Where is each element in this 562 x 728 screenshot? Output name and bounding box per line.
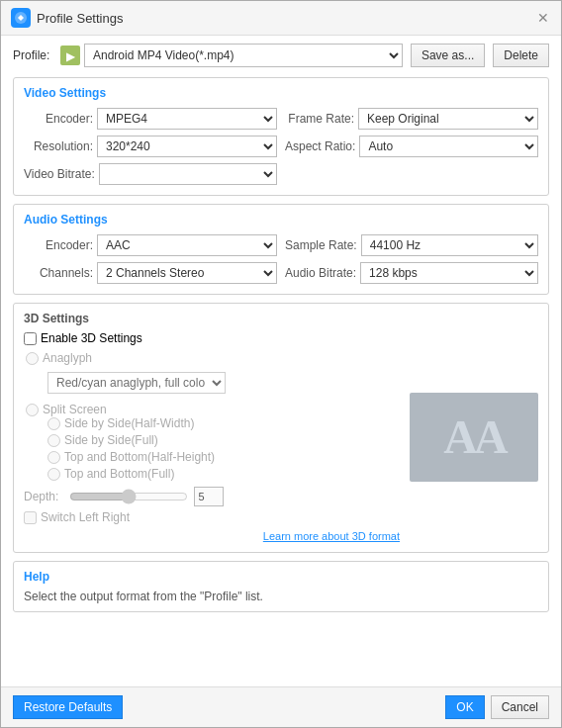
android-icon: ▶ <box>60 46 80 65</box>
help-title: Help <box>24 570 538 584</box>
title-bar: Profile Settings ✕ <box>1 1 561 36</box>
anaglyph-label: Anaglyph <box>43 351 92 365</box>
side-by-side-half-row: Side by Side(Half-Width) <box>47 416 400 430</box>
side-by-side-half-label: Side by Side(Half-Width) <box>64 416 194 430</box>
video-settings-title: Video Settings <box>24 86 538 100</box>
enable-3d-checkbox[interactable] <box>24 332 37 345</box>
help-section: Help Select the output format from the "… <box>13 561 549 612</box>
channels-select[interactable]: 2 Channels Stereo <box>97 262 277 284</box>
split-screen-radio-row: Split Screen <box>26 403 400 416</box>
split-sub-options: Side by Side(Half-Width) Side by Side(Fu… <box>47 416 400 481</box>
channels-row: Channels: 2 Channels Stereo <box>24 262 277 284</box>
video-bitrate-select[interactable] <box>99 163 277 185</box>
top-bottom-half-radio <box>47 451 60 464</box>
aspect-ratio-row: Aspect Ratio: Auto <box>285 136 538 157</box>
encoder-label: Encoder: <box>24 112 93 126</box>
audio-encoder-row: Encoder: AAC <box>24 234 277 256</box>
top-bottom-half-label: Top and Bottom(Half-Height) <box>64 450 215 464</box>
3d-left: Enable 3D Settings Anaglyph Red/cyan ana… <box>24 331 400 542</box>
switch-left-right-checkbox <box>24 511 37 524</box>
3d-settings-section: 3D Settings Enable 3D Settings Anaglyph <box>13 303 549 553</box>
anaglyph-select-row: Red/cyan anaglyph, full color <box>47 372 400 394</box>
aa-preview-image: AA <box>410 393 538 482</box>
profile-settings-window: Profile Settings ✕ Profile: ▶ Android MP… <box>0 0 562 728</box>
switch-row: Switch Left Right <box>24 510 400 524</box>
close-button[interactable]: ✕ <box>535 10 551 26</box>
app-icon <box>11 8 31 28</box>
video-settings-section: Video Settings Encoder: MPEG4 Frame Rate… <box>13 77 549 196</box>
audio-encoder-label: Encoder: <box>24 238 93 252</box>
split-screen-radio <box>26 404 39 416</box>
video-bitrate-form-row: Video Bitrate: <box>24 163 277 185</box>
resolution-label: Resolution: <box>24 139 93 153</box>
resolution-row: Resolution: 320*240 <box>24 136 277 157</box>
enable-3d-label[interactable]: Enable 3D Settings <box>41 331 142 345</box>
sample-rate-select[interactable]: 44100 Hz <box>361 234 538 256</box>
encoder-form-row: Encoder: MPEG4 <box>24 108 277 130</box>
window-title: Profile Settings <box>37 11 123 26</box>
video-bitrate-label: Video Bitrate: <box>24 167 95 181</box>
top-bottom-half-row: Top and Bottom(Half-Height) <box>47 450 400 464</box>
enable-3d-row: Enable 3D Settings <box>24 331 400 345</box>
anaglyph-radio-row: Anaglyph <box>26 351 400 365</box>
sample-rate-label: Sample Rate: <box>285 238 357 252</box>
resolution-form-row: Resolution: 320*240 <box>24 136 277 157</box>
learn-more-link[interactable]: Learn more about 3D format <box>24 530 400 542</box>
ok-button[interactable]: OK <box>445 695 484 719</box>
audio-settings-section: Audio Settings Encoder: AAC Sample Rate:… <box>13 204 549 295</box>
content-area: Profile: ▶ Android MP4 Video(*.mp4) Save… <box>1 36 561 686</box>
switch-left-right-label: Switch Left Right <box>41 510 130 524</box>
frame-rate-form-row: Frame Rate: Keep Original <box>285 108 538 130</box>
depth-label: Depth: <box>24 490 63 503</box>
frame-rate-select[interactable]: Keep Original <box>358 108 538 130</box>
3d-settings-title: 3D Settings <box>24 312 538 325</box>
aspect-ratio-label: Aspect Ratio: <box>285 139 355 153</box>
top-bottom-full-row: Top and Bottom(Full) <box>47 467 400 481</box>
audio-bitrate-select[interactable]: 128 kbps <box>360 262 538 284</box>
audio-encoder-select[interactable]: AAC <box>97 234 277 256</box>
anaglyph-select: Red/cyan anaglyph, full color <box>47 372 226 394</box>
delete-button[interactable]: Delete <box>493 44 549 67</box>
audio-bitrate-label: Audio Bitrate: <box>285 266 356 280</box>
frame-rate-label: Frame Rate: <box>285 112 354 126</box>
video-empty-cell <box>285 163 538 185</box>
depth-slider <box>69 489 188 504</box>
save-as-button[interactable]: Save as... <box>411 44 485 67</box>
profile-select-wrapper: ▶ Android MP4 Video(*.mp4) <box>60 44 403 67</box>
sample-rate-row: Sample Rate: 44100 Hz <box>285 234 538 256</box>
help-text: Select the output format from the "Profi… <box>24 590 538 603</box>
frame-rate-row: Frame Rate: Keep Original <box>285 108 538 130</box>
anaglyph-group: Anaglyph Red/cyan anaglyph, full color S… <box>26 351 400 416</box>
cancel-button[interactable]: Cancel <box>491 695 549 719</box>
audio-settings-title: Audio Settings <box>24 213 538 227</box>
channels-label: Channels: <box>24 266 93 280</box>
profile-row: Profile: ▶ Android MP4 Video(*.mp4) Save… <box>13 44 549 67</box>
3d-preview: AA <box>410 331 538 542</box>
restore-defaults-button[interactable]: Restore Defaults <box>13 695 123 719</box>
footer: Restore Defaults OK Cancel <box>1 686 561 727</box>
video-bitrate-row: Video Bitrate: <box>24 163 277 185</box>
aspect-ratio-select[interactable]: Auto <box>359 136 538 157</box>
split-screen-label: Split Screen <box>43 403 107 416</box>
encoder-row: Encoder: MPEG4 <box>24 108 277 130</box>
depth-row: Depth: <box>24 487 400 506</box>
side-by-side-full-radio <box>47 434 60 447</box>
footer-right: OK Cancel <box>445 695 549 719</box>
depth-input <box>194 487 224 506</box>
anaglyph-radio <box>26 352 39 365</box>
video-settings-grid: Encoder: MPEG4 Frame Rate: Keep Original <box>24 108 538 185</box>
audio-settings-grid: Encoder: AAC Sample Rate: 44100 Hz <box>24 234 538 284</box>
profile-label: Profile: <box>13 48 52 62</box>
3d-content: Enable 3D Settings Anaglyph Red/cyan ana… <box>24 331 538 542</box>
encoder-select[interactable]: MPEG4 <box>97 108 277 130</box>
aspect-ratio-form-row: Aspect Ratio: Auto <box>285 136 538 157</box>
top-bottom-full-radio <box>47 468 60 481</box>
resolution-select[interactable]: 320*240 <box>97 136 277 157</box>
side-by-side-full-row: Side by Side(Full) <box>47 433 400 447</box>
side-by-side-full-label: Side by Side(Full) <box>64 433 158 447</box>
side-by-side-half-radio <box>47 417 60 430</box>
title-bar-left: Profile Settings <box>11 8 123 28</box>
top-bottom-full-label: Top and Bottom(Full) <box>64 467 174 481</box>
profile-select[interactable]: Android MP4 Video(*.mp4) <box>84 44 403 67</box>
audio-bitrate-row: Audio Bitrate: 128 kbps <box>285 262 538 284</box>
